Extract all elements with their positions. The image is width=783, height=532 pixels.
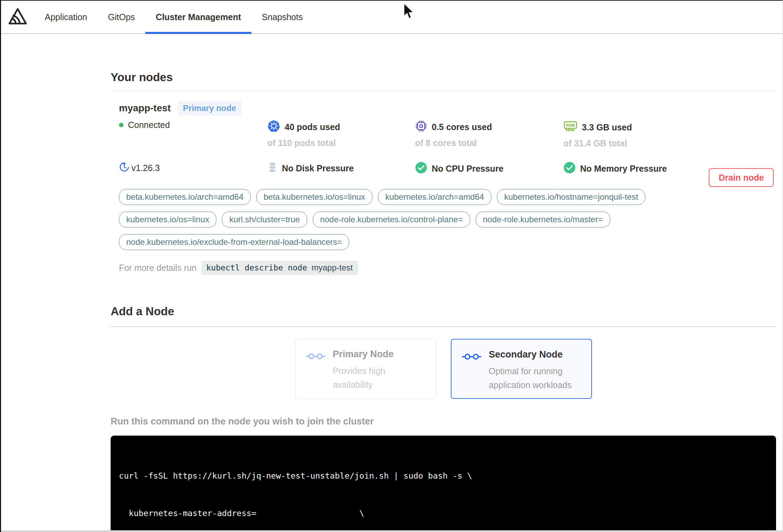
secondary-node-option-title: Secondary Node	[489, 349, 577, 360]
cores-total-label: of 8 cores total	[415, 138, 563, 148]
node-label-pill: kubernetes.io/hostname=jonquil-test	[497, 189, 645, 205]
ram-icon: RAM	[563, 120, 577, 135]
tab-application[interactable]: Application	[34, 1, 97, 33]
mouse-cursor-icon	[403, 3, 415, 22]
node-label-pill: node-role.kubernetes.io/control-plane=	[313, 212, 470, 228]
node-label-pill: beta.kubernetes.io/os=linux	[256, 189, 372, 205]
secondary-node-option[interactable]: Secondary Node Optimal for running appli…	[451, 339, 592, 399]
node-label-pill: beta.kubernetes.io/arch=amd64	[119, 189, 251, 205]
node-status-label: Connected	[128, 120, 170, 130]
primary-node-option-subtitle: Provides high availability	[333, 364, 421, 392]
cpu-pressure-condition: No CPU Pressure	[415, 162, 563, 176]
tab-cluster-management[interactable]: Cluster Management	[145, 1, 251, 33]
node-name: myapp-test	[119, 103, 171, 114]
memory-total-label: of 31.4 GB total	[563, 138, 776, 148]
node-label-pill: kubernetes.io/arch=amd64	[378, 189, 491, 205]
node-link-icon	[306, 352, 325, 398]
node-details-hint: For more details run kubectl describe no…	[119, 261, 776, 275]
join-instruction: Run this command on the node you wish to…	[111, 416, 776, 427]
pods-used-label: 40 pods used	[285, 122, 340, 132]
describe-command: kubectl describe node	[206, 263, 307, 272]
memory-used-label: 3.3 GB used	[582, 122, 632, 132]
primary-node-option-title: Primary Node	[333, 349, 421, 360]
primary-node-option[interactable]: Primary Node Provides high availability	[295, 339, 436, 399]
window-bottom-edge	[1, 530, 782, 532]
add-node-divider	[111, 326, 776, 327]
drain-node-button[interactable]: Drain node	[709, 168, 774, 187]
describe-command-chip: kubectl describe node myapp-test	[201, 261, 359, 275]
nav-tabs: Application GitOps Cluster Management Sn…	[34, 1, 313, 33]
node-label-pill: kubernetes.io/os=linux	[119, 212, 216, 228]
describe-command-arg: myapp-test	[312, 263, 353, 273]
node-version: v1.26.3	[119, 162, 267, 174]
node-label-pill: node.kubernetes.io/exclude-from-external…	[119, 234, 349, 250]
join-command-line: curl -fsSL https://kurl.sh/jq-new-test-u…	[119, 470, 768, 482]
disk-icon	[267, 162, 277, 175]
cores-stat: 0.5 cores used of 8 cores total	[415, 120, 563, 148]
update-icon	[119, 162, 130, 174]
cores-used-label: 0.5 cores used	[432, 122, 492, 132]
join-command-block: curl -fsSL https://kurl.sh/jq-new-test-u…	[111, 436, 776, 532]
cpu-icon	[415, 120, 427, 134]
cpu-pressure-label: No CPU Pressure	[432, 164, 504, 174]
node-labels: beta.kubernetes.io/arch=amd64 beta.kuber…	[119, 189, 660, 250]
node-card: Drain node myapp-test Primary node Conne…	[111, 91, 776, 275]
add-node-title: Add a Node	[111, 305, 776, 318]
tab-snapshots[interactable]: Snapshots	[251, 1, 313, 33]
memory-pressure-label: No Memory Pressure	[580, 164, 667, 174]
primary-node-badge: Primary node	[178, 101, 241, 115]
node-stats-grid: Connected 40 pods used of 110 pods total	[119, 120, 776, 176]
svg-text:RAM: RAM	[566, 123, 575, 127]
node-label-pill: node-role.kubernetes.io/master=	[476, 212, 610, 228]
node-type-options: Primary Node Provides high availability	[111, 339, 776, 399]
disk-pressure-label: No Disk Pressure	[282, 163, 354, 173]
your-nodes-title: Your nodes	[111, 71, 776, 84]
node-version-label: v1.26.3	[131, 163, 160, 173]
memory-stat: RAM 3.3 GB used of 31.4 GB total	[563, 120, 776, 148]
node-header: myapp-test Primary node	[119, 101, 776, 115]
node-label-pill: kurl.sh/cluster=true	[222, 212, 307, 228]
disk-pressure-condition: No Disk Pressure	[267, 162, 415, 175]
connected-dot-icon	[119, 123, 123, 127]
app-triangle-logo-icon	[8, 8, 27, 26]
top-nav: Application GitOps Cluster Management Sn…	[1, 1, 782, 34]
pods-stat: 40 pods used of 110 pods total	[267, 120, 415, 148]
check-circle-icon	[415, 162, 427, 176]
details-prefix: For more details run	[119, 263, 197, 273]
tab-gitops[interactable]: GitOps	[97, 1, 145, 33]
secondary-node-option-subtitle: Optimal for running application workload…	[489, 364, 577, 392]
check-circle-icon	[563, 162, 576, 176]
join-command-line: kubernetes-master-address= \	[119, 507, 768, 520]
kubernetes-icon	[267, 120, 280, 134]
pods-total-label: of 110 pods total	[267, 138, 415, 148]
node-status: Connected	[119, 120, 267, 130]
node-link-icon	[462, 352, 481, 398]
app-logo	[1, 1, 34, 33]
